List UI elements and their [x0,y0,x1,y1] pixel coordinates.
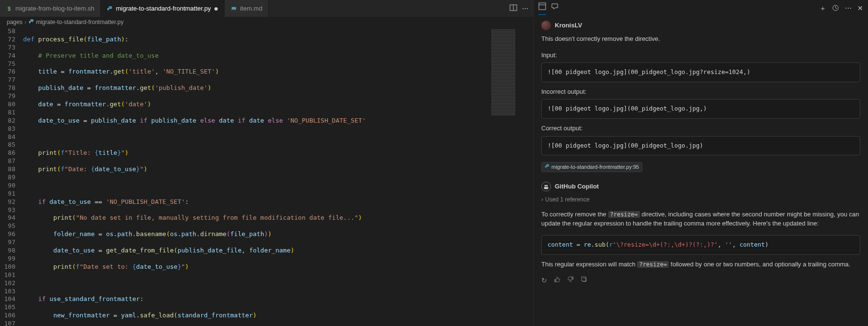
code-content[interactable]: def process_file(file_path): # Preserve … [23,27,490,326]
retry-icon[interactable]: ↻ [541,276,547,286]
bash-icon: $ [6,5,13,12]
copilot-answer-p2: This regular expression will match ?resi… [541,260,860,269]
history-icon[interactable] [832,4,839,13]
split-editor-icon[interactable] [510,4,517,13]
chat-view-icon[interactable] [551,2,559,15]
dirty-indicator-icon: ● [214,4,218,13]
tab-label: migrate-from-blog-to-item.sh [15,5,94,12]
label-input: Input: [541,50,860,60]
file-ref-label: migrate-to-standard-frontmatter.py:95 [551,163,639,171]
tab-bar: $ migrate-from-blog-to-item.sh migrate-t… [0,0,533,17]
editor-pane: $ migrate-from-blog-to-item.sh migrate-t… [0,0,534,326]
breadcrumb-folder: pages [7,19,23,25]
new-chat-icon[interactable]: ＋ [819,4,826,13]
editor-tab-actions: ⋯ [510,0,533,17]
copilot-icon [541,182,551,191]
code-correct: ![00 pidgeot logo.jpg](00_pidgeot_logo.j… [541,136,860,156]
copilot-header: GitHub Copilot [541,182,860,191]
avatar [541,21,551,30]
user-message: This doesn't correctly remove the direct… [541,34,860,44]
chat-content[interactable]: KronisLV This doesn't correctly remove t… [534,17,868,326]
chat-user-header: KronisLV [541,21,860,30]
chat-tab-icon[interactable] [538,2,546,15]
svg-rect-6 [582,277,586,281]
close-icon[interactable]: ✕ [857,4,863,13]
file-reference-chip[interactable]: migrate-to-standard-frontmatter.py:95 [541,162,642,172]
chat-message-actions: ↻ [541,276,860,286]
line-number-gutter: 5872737475767778798081828384858687888990… [0,27,23,326]
chevron-right-icon: › [25,19,26,25]
label-correct: Correct output: [541,124,860,133]
copilot-code: content = re.sub(r'\?resize=\d+(?:,\d+)?… [541,235,860,255]
markdown-icon [230,5,237,12]
more-icon[interactable]: ⋯ [845,4,852,13]
svg-rect-3 [539,3,546,10]
username: KronisLV [555,21,582,30]
label-incorrect: Incorrect output: [541,87,860,97]
code-incorrect: ![00 pidgeot logo.jpg](00_pidgeot_logo.j… [541,99,860,119]
inline-code: ?resize= [608,211,640,218]
more-actions-icon[interactable]: ⋯ [522,5,528,12]
tab-migrate-from-blog[interactable]: $ migrate-from-blog-to-item.sh [0,0,101,17]
tab-item-md[interactable]: item.md [225,0,268,17]
copilot-answer-p1: To correctly remove the ?resize= directi… [541,210,860,228]
minimap[interactable] [490,27,533,326]
editor-body[interactable]: 5872737475767778798081828384858687888990… [0,27,533,326]
used-reference[interactable]: Used 1 reference [541,195,860,204]
thumbs-up-icon[interactable] [554,276,561,286]
svg-point-0 [109,7,110,7]
code-input: ![00 pidgeot logo.jpg](00_pidgeot_logo.j… [541,63,860,82]
python-icon [106,5,113,12]
thumbs-down-icon[interactable] [567,276,574,286]
breadcrumb[interactable]: pages › migrate-to-standard-frontmatter.… [0,17,533,27]
copilot-name: GitHub Copilot [555,182,599,191]
python-icon [545,163,549,171]
python-icon [28,19,34,26]
chat-toolbar: ＋ ⋯ ✕ [534,0,868,17]
tab-label: migrate-to-standard-frontmatter.py [116,5,211,12]
inline-code: ?resize= [637,261,669,268]
breadcrumb-file: migrate-to-standard-frontmatter.py [36,19,124,25]
tab-label: item.md [240,5,262,12]
tab-migrate-to-standard[interactable]: migrate-to-standard-frontmatter.py ● [101,0,225,17]
chat-pane: ＋ ⋯ ✕ KronisLV This doesn't correctly re… [534,0,868,326]
insert-icon[interactable] [581,276,587,286]
